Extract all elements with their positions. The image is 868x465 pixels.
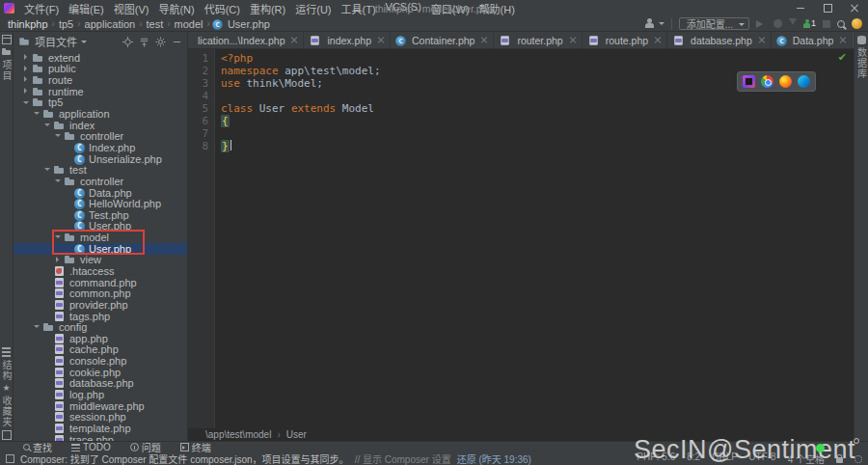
tool-window-favorites-button[interactable]: ★ 收藏夹 xyxy=(0,383,13,427)
status-widget[interactable]: 4 个空格 xyxy=(788,451,825,465)
tree-file-template.php[interactable]: template.php xyxy=(14,423,187,434)
breadcrumb-item[interactable]: User.php xyxy=(226,18,272,30)
tree-chevron-icon[interactable] xyxy=(21,74,32,86)
tree-file-command.php[interactable]: command.php xyxy=(14,277,187,288)
tree-folder-application[interactable]: application xyxy=(14,108,187,120)
tree-chevron-icon[interactable] xyxy=(42,120,53,131)
tree-file-tags.php[interactable]: tags.php xyxy=(14,311,187,322)
close-icon[interactable] xyxy=(569,37,577,44)
editor-breadcrumb-item[interactable]: \app\test\model xyxy=(205,429,271,440)
tree-chevron-icon[interactable] xyxy=(21,86,32,97)
tree-file-middleware.php[interactable]: middleware.php xyxy=(14,400,187,412)
editor-tab[interactable]: lication...\Index.php xyxy=(188,32,304,48)
editor-tab[interactable]: index.php xyxy=(304,32,391,48)
project-view-selector[interactable]: 项目文件 xyxy=(35,34,77,49)
tree-folder-tp5[interactable]: tp5 xyxy=(14,97,187,109)
tree-folder-controller[interactable]: controller xyxy=(14,130,187,142)
tree-chevron-icon[interactable] xyxy=(21,64,32,75)
editor-tab[interactable]: router.php xyxy=(494,32,582,48)
breadcrumb-item[interactable]: thinkphp xyxy=(6,18,50,30)
tree-chevron-icon[interactable] xyxy=(32,321,42,333)
close-icon[interactable] xyxy=(839,37,847,44)
menu-item[interactable]: 运行(U) xyxy=(290,1,336,16)
menu-item[interactable]: 文件(F) xyxy=(19,1,64,16)
tool-window-switcher-icon[interactable] xyxy=(6,454,14,463)
update-notification-icon[interactable] xyxy=(852,18,862,29)
tree-chevron-icon[interactable] xyxy=(53,130,64,142)
tree-folder-view[interactable]: view xyxy=(14,255,187,266)
reader-mode-icon[interactable] xyxy=(854,455,862,463)
settings-gear-icon[interactable] xyxy=(155,37,166,47)
tree-chevron-icon[interactable] xyxy=(53,232,64,243)
tree-folder-model[interactable]: model xyxy=(14,232,187,243)
tree-file-User.php[interactable]: User.php xyxy=(14,221,187,232)
breadcrumb-item[interactable]: tp5 xyxy=(57,18,75,30)
menu-item[interactable]: 代码(C) xyxy=(200,1,245,16)
status-message-comment[interactable]: // 显示 Composer 设置 xyxy=(355,451,451,465)
tree-file-HelloWorld.php[interactable]: HelloWorld.php xyxy=(14,198,187,209)
tree-file-cookie.php[interactable]: cookie.php xyxy=(14,367,187,378)
tree-folder-extend[interactable]: extend xyxy=(14,52,187,64)
close-icon[interactable] xyxy=(377,37,385,44)
tree-chevron-icon[interactable] xyxy=(21,97,32,109)
code-area[interactable]: 12345678 <?phpnamespace app\test\model;u… xyxy=(188,49,854,428)
menu-item[interactable]: 编辑(E) xyxy=(64,1,109,16)
editor-tab[interactable]: Container.php xyxy=(391,32,494,48)
close-icon[interactable] xyxy=(290,37,298,44)
tree-file-Test.php[interactable]: Test.php xyxy=(14,209,187,221)
inspection-ok-checkmark-icon[interactable]: ✔ xyxy=(838,52,847,63)
editor-tab[interactable]: database.php xyxy=(667,32,772,48)
breadcrumb-item[interactable]: model xyxy=(173,18,205,30)
status-widget[interactable]: UTF-8 xyxy=(748,451,775,465)
vcs-user-widget[interactable] xyxy=(645,18,665,29)
tree-file-provider.php[interactable]: provider.php xyxy=(14,299,187,311)
tree-folder-index[interactable]: index xyxy=(14,120,187,131)
tree-file-User.php[interactable]: User.php xyxy=(14,243,187,255)
lock-icon[interactable] xyxy=(836,457,843,463)
close-icon[interactable] xyxy=(480,37,488,44)
tree-folder-controller[interactable]: controller xyxy=(14,176,187,187)
status-widget[interactable]: 8:2 xyxy=(687,451,700,465)
tree-file-log.php[interactable]: log.php xyxy=(14,389,187,400)
tool-window-project-button[interactable]: 项目 xyxy=(0,35,13,81)
tree-file-.htaccess[interactable]: .htaccess xyxy=(14,265,187,277)
tree-folder-config[interactable]: config xyxy=(14,321,187,333)
menu-item[interactable]: 重构(R) xyxy=(245,1,290,16)
close-icon[interactable] xyxy=(758,37,766,44)
close-icon[interactable] xyxy=(841,0,868,16)
menu-item[interactable]: 导航(N) xyxy=(153,1,199,16)
tree-folder-route[interactable]: route xyxy=(14,74,187,86)
tool-window-database-button[interactable]: 数据库 xyxy=(854,36,868,79)
tree-file-Index.php[interactable]: Index.php xyxy=(14,142,187,153)
editor-tab[interactable]: Data.php xyxy=(772,32,854,48)
code-line-5[interactable]: class User extends Model xyxy=(221,102,854,115)
editor-tab[interactable]: route.php xyxy=(583,32,667,48)
incoming-changes-widget[interactable]: 1 xyxy=(803,19,816,28)
run-configuration-select[interactable]: 添加配置... xyxy=(679,17,749,30)
code-line-1[interactable]: <?php xyxy=(221,52,854,65)
breadcrumb-item[interactable]: application xyxy=(83,18,138,30)
tree-chevron-icon[interactable] xyxy=(53,176,64,187)
menu-item[interactable]: 视图(V) xyxy=(109,1,154,16)
tree-file-app.php[interactable]: app.php xyxy=(14,333,187,344)
code-line-8[interactable]: } xyxy=(221,140,854,152)
tree-file-Unserialize.php[interactable]: Unserialize.php xyxy=(14,153,187,165)
chrome-browser-icon[interactable] xyxy=(761,75,773,88)
tool-window-structure-button[interactable]: 结构 xyxy=(0,347,13,381)
tree-chevron-icon[interactable] xyxy=(42,164,53,176)
tree-chevron-icon[interactable] xyxy=(32,108,42,120)
edge-browser-icon[interactable] xyxy=(798,75,810,88)
status-widget[interactable]: PHP: 5.6 xyxy=(637,451,675,465)
tree-folder-test[interactable]: test xyxy=(14,164,187,176)
minimize-icon[interactable] xyxy=(787,0,814,16)
breadcrumb-item[interactable]: test xyxy=(145,18,166,30)
status-message-action[interactable]: 还原 (昨天 19:36) xyxy=(457,451,531,465)
status-widget[interactable]: CRLF xyxy=(712,451,737,465)
maximize-icon[interactable] xyxy=(814,0,841,16)
tree-chevron-icon[interactable] xyxy=(21,52,32,64)
tree-file-Data.php[interactable]: Data.php xyxy=(14,187,187,199)
menu-item[interactable]: 工具(T) xyxy=(337,1,381,16)
locate-file-icon[interactable] xyxy=(122,37,133,47)
tree-file-common.php[interactable]: common.php xyxy=(14,287,187,299)
tree-file-console.php[interactable]: console.php xyxy=(14,355,187,367)
